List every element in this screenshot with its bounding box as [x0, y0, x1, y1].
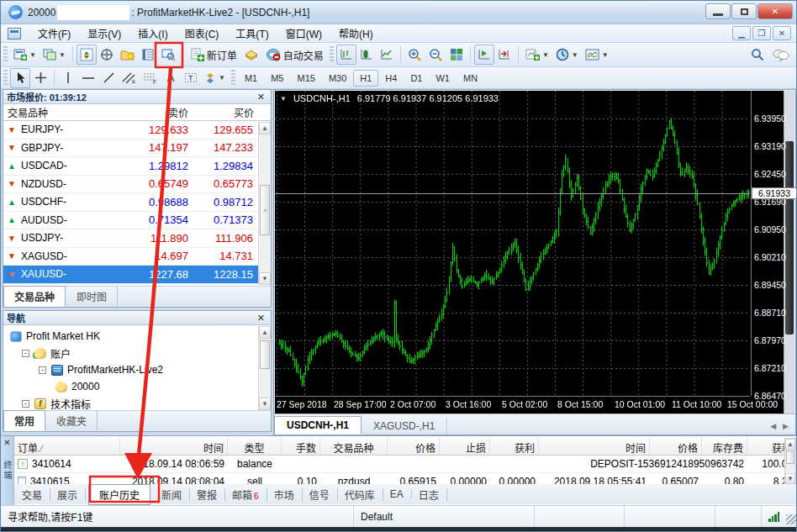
column-bid[interactable]: 卖价 [111, 105, 188, 119]
chart-area[interactable]: ▼ USDCNH-,H1 6.91779 6.91937 6.91205 6.9… [275, 91, 784, 414]
market-watch-scrollbar[interactable]: ▲ ≡ ▼ [258, 122, 271, 285]
close-icon[interactable]: ✕ [3, 436, 10, 449]
close-icon[interactable]: ✕ [255, 313, 267, 324]
child-minimize-button[interactable]: ▁ [732, 26, 751, 40]
market-watch-header[interactable]: 市场报价: 01:39:12 ✕ [3, 90, 271, 104]
profiles-button[interactable]: ▼ [40, 45, 69, 65]
tab-tick-chart[interactable]: 即时图 [66, 286, 118, 307]
timeframe-mn[interactable]: MN [457, 70, 484, 87]
column-symbol[interactable]: 交易品种 [3, 105, 111, 119]
tab-signals[interactable]: 信号 [302, 485, 337, 504]
indicators-button[interactable]: ▼ [522, 45, 552, 65]
channel-button[interactable]: E [119, 68, 140, 88]
toolbar-grip[interactable] [330, 46, 334, 63]
scrollbar-thumb[interactable] [260, 340, 270, 369]
column-lots[interactable]: 手数 [282, 438, 320, 455]
column-close-price[interactable]: 价格 [650, 438, 702, 455]
column-order[interactable]: 订单 ∕ [14, 438, 120, 455]
scroll-up-icon[interactable]: ▲ [785, 439, 795, 450]
tree-item-broker[interactable]: Profit Market HK [3, 328, 271, 345]
chart-tab-xagusd[interactable]: XAGUSD-,H1 [362, 418, 447, 435]
tree-item-account[interactable]: 20000 [3, 378, 271, 395]
timeframe-m1[interactable]: M1 [238, 70, 264, 87]
tab-mailbox[interactable]: 邮箱6 [224, 485, 267, 504]
tab-alerts[interactable]: 警报 [189, 485, 224, 504]
fibonacci-button[interactable]: F [140, 68, 161, 88]
tab-exposure[interactable]: 展示 [50, 485, 85, 504]
collapse-icon[interactable]: - [22, 400, 29, 408]
column-tp[interactable]: 获利 [490, 438, 539, 455]
vertical-line-button[interactable] [58, 68, 78, 88]
quote-row[interactable]: ▼XAGUSD-14.69714.731 [3, 248, 259, 266]
timeframe-m30[interactable]: M30 [322, 70, 353, 87]
tab-market[interactable]: 市场 [267, 485, 302, 504]
restore-button[interactable] [731, 3, 757, 19]
timeframe-h4[interactable]: H4 [378, 70, 404, 87]
tree-item-accounts[interactable]: -账户 [3, 345, 271, 361]
depth-of-market-button[interactable] [240, 45, 262, 65]
quote-row[interactable]: ▼USDJPY-111.890111.906 [3, 229, 259, 248]
tab-scroll-left-icon[interactable]: ◀ [770, 422, 776, 430]
status-profile[interactable]: Default [354, 506, 535, 527]
timeframe-d1[interactable]: D1 [404, 70, 429, 87]
quote-row[interactable]: ▼EURJPY-129.633129.655 [3, 121, 259, 140]
tab-code-base[interactable]: 代码库 [337, 485, 383, 504]
terminal-toggle-button[interactable] [138, 45, 158, 65]
scroll-down-icon[interactable]: ▼ [259, 398, 271, 410]
close-icon[interactable]: ✕ [255, 92, 267, 103]
collapse-icon[interactable]: - [39, 366, 46, 374]
data-window-button[interactable] [97, 45, 117, 65]
text-button[interactable]: A [161, 68, 181, 88]
bar-chart-type-button[interactable] [336, 45, 356, 65]
column-symbol[interactable]: 交易品种 [320, 438, 388, 455]
periods-button[interactable]: ▼ [552, 45, 582, 65]
shapes-button[interactable]: ▼ [201, 68, 229, 88]
quote-row[interactable]: ▼GBPJPY-147.197147.233 [3, 140, 259, 158]
quote-row-selected[interactable]: ▼XAUUSD-1227.681228.15 [3, 266, 259, 284]
strategy-tester-button[interactable] [158, 45, 179, 65]
trendline-button[interactable] [98, 68, 119, 88]
tree-item-indicators[interactable]: -f技术指标 [3, 395, 271, 412]
collapse-icon[interactable]: - [22, 350, 29, 357]
column-ask[interactable]: 买价 [188, 105, 256, 119]
tab-account-history[interactable]: 账户历史 [88, 484, 150, 505]
timeframe-h1[interactable]: H1 [353, 70, 378, 87]
new-chart-button[interactable]: ▼ [10, 45, 40, 65]
navigator-header[interactable]: 导航 ✕ [3, 311, 271, 325]
column-type[interactable]: 类型 [228, 438, 282, 455]
crosshair-button[interactable] [30, 68, 50, 88]
templates-button[interactable]: ▼ [582, 45, 612, 65]
scrollbar-thumb[interactable]: ≡ [260, 185, 270, 235]
price-chart-canvas[interactable] [275, 91, 751, 414]
autotrade-button[interactable]: 自动交易 [262, 45, 327, 65]
quote-row[interactable]: ▲USDCHF-0.986880.98712 [3, 193, 259, 212]
child-close-button[interactable]: ✕ [773, 26, 791, 40]
menu-file[interactable]: 文件(F) [29, 24, 79, 43]
zoom-in-button[interactable] [404, 45, 425, 65]
text-label-button[interactable]: T [181, 68, 201, 88]
scrollbar-thumb[interactable] [786, 450, 794, 464]
scroll-down-icon[interactable]: ▼ [259, 272, 271, 285]
quote-row[interactable]: ▲AUDUSD-0.713540.71373 [3, 212, 259, 230]
line-chart-type-button[interactable] [377, 45, 397, 65]
scroll-up-icon[interactable]: ▲ [259, 326, 271, 339]
timeframe-w1[interactable]: W1 [429, 70, 457, 87]
tree-item-server[interactable]: -ProfitMarketHK-Live2 [3, 361, 271, 378]
menu-charts[interactable]: 图表(C) [177, 24, 228, 43]
terminal-scrollbar[interactable]: ▲ ▼ [784, 438, 796, 485]
new-order-button[interactable]: 新订单 [187, 45, 240, 65]
chart-tab-usdcnh[interactable]: USDCNH-,H1 [274, 416, 362, 435]
navigator-scrollbar[interactable]: ▲ ▼ [258, 326, 271, 410]
timeframe-m5[interactable]: M5 [264, 70, 290, 87]
navigator-toggle-button[interactable] [117, 45, 138, 65]
tab-journal[interactable]: 日志 [411, 485, 446, 504]
tab-trade[interactable]: 交易 [14, 485, 50, 504]
menu-window[interactable]: 窗口(W) [277, 24, 330, 43]
menu-help[interactable]: 帮助(H) [330, 24, 382, 43]
feedback-icon[interactable] [773, 49, 789, 61]
tab-news[interactable]: 新闻 [154, 485, 189, 504]
tab-symbols[interactable]: 交易品种 [3, 286, 66, 307]
menu-tools[interactable]: 工具(T) [227, 24, 277, 43]
close-button[interactable]: ✕ [757, 3, 793, 19]
column-open-time[interactable]: 时间 [120, 438, 228, 455]
